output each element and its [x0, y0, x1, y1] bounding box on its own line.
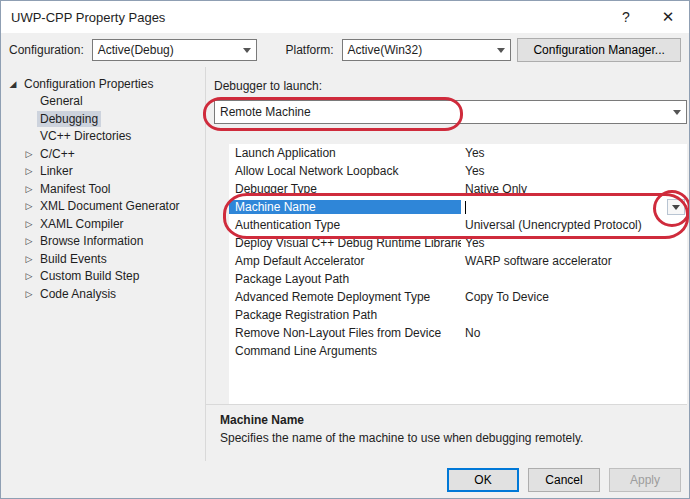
configuration-row: Configuration: Active(Debug) Platform: A… — [1, 33, 689, 67]
property-row-debugger-type[interactable]: Debugger Type Native Only — [229, 180, 687, 198]
property-row-amp-default-accelerator[interactable]: Amp Default Accelerator WARP software ac… — [229, 252, 687, 270]
expand-icon[interactable]: ▷ — [21, 236, 37, 246]
machine-name-dropdown-button[interactable] — [667, 200, 685, 214]
configuration-label: Configuration: — [9, 43, 84, 57]
chevron-down-icon — [668, 101, 686, 123]
cancel-button[interactable]: Cancel — [528, 468, 600, 492]
platform-select[interactable]: Active(Win32) — [342, 39, 512, 61]
close-icon[interactable]: ✕ — [647, 2, 689, 33]
expand-icon[interactable]: ▷ — [21, 219, 37, 229]
description-title: Machine Name — [220, 413, 681, 427]
platform-value: Active(Win32) — [348, 43, 423, 57]
property-row-authentication-type[interactable]: Authentication Type Universal (Unencrypt… — [229, 216, 687, 234]
window-title: UWP-CPP Property Pages — [1, 10, 605, 25]
collapse-icon[interactable]: ◢ — [5, 79, 21, 89]
tree-item-xaml-compiler[interactable]: ▷ XAML Compiler — [1, 215, 205, 233]
configuration-tree: ◢ Configuration Properties General Debug… — [1, 67, 206, 461]
property-row-package-layout-path[interactable]: Package Layout Path — [229, 270, 687, 288]
property-description-panel: Machine Name Specifies the name of the m… — [206, 404, 687, 461]
platform-label: Platform: — [285, 43, 333, 57]
expand-icon[interactable]: ▷ — [21, 166, 37, 176]
property-row-remove-non-layout-files[interactable]: Remove Non-Layout Files from Device No — [229, 324, 687, 342]
property-row-machine-name[interactable]: Machine Name — [229, 198, 687, 216]
help-icon[interactable]: ? — [605, 2, 647, 33]
property-row-package-registration-path[interactable]: Package Registration Path — [229, 306, 687, 324]
ok-button[interactable]: OK — [447, 468, 519, 492]
selected-tree-item: Debugging — [37, 111, 101, 127]
expand-icon[interactable]: ▷ — [21, 149, 37, 159]
debugger-to-launch-label: Debugger to launch: — [214, 79, 687, 95]
tree-item-debugging[interactable]: Debugging — [1, 110, 205, 128]
apply-button[interactable]: Apply — [609, 468, 681, 492]
expand-icon[interactable]: ▷ — [21, 201, 37, 211]
configuration-value: Active(Debug) — [98, 43, 174, 57]
debugger-to-launch-value: Remote Machine — [220, 105, 311, 119]
tree-item-custom-build-step[interactable]: ▷ Custom Build Step — [1, 268, 205, 286]
tree-item-browse-information[interactable]: ▷ Browse Information — [1, 233, 205, 251]
configuration-select[interactable]: Active(Debug) — [92, 39, 258, 61]
tree-item-general[interactable]: General — [1, 93, 205, 111]
dialog-footer: OK Cancel Apply — [1, 461, 689, 499]
property-row-launch-application[interactable]: Launch Application Yes — [229, 144, 687, 162]
tree-item-build-events[interactable]: ▷ Build Events — [1, 250, 205, 268]
property-row-advanced-remote-deployment-type[interactable]: Advanced Remote Deployment Type Copy To … — [229, 288, 687, 306]
machine-name-input[interactable] — [466, 200, 687, 214]
configuration-manager-button[interactable]: Configuration Manager... — [517, 38, 681, 62]
expand-icon[interactable]: ▷ — [21, 254, 37, 264]
tree-item-linker[interactable]: ▷ Linker — [1, 163, 205, 181]
tree-item-manifest-tool[interactable]: ▷ Manifest Tool — [1, 180, 205, 198]
property-row-deploy-debug-runtime-libraries[interactable]: Deploy Visual C++ Debug Runtime Librarie… — [229, 234, 687, 252]
tree-item-c-cpp[interactable]: ▷ C/C++ — [1, 145, 205, 163]
titlebar: UWP-CPP Property Pages ? ✕ — [1, 1, 689, 33]
chevron-down-icon — [492, 40, 510, 60]
description-text: Specifies the name of the machine to use… — [220, 431, 681, 445]
property-pages-dialog: UWP-CPP Property Pages ? ✕ Configuration… — [0, 0, 690, 499]
property-row-command-line-arguments[interactable]: Command Line Arguments — [229, 342, 687, 360]
expand-icon[interactable]: ▷ — [21, 271, 37, 281]
expand-icon[interactable]: ▷ — [21, 289, 37, 299]
tree-item-configuration-properties[interactable]: ◢ Configuration Properties — [1, 75, 205, 93]
tree-item-xml-document-generator[interactable]: ▷ XML Document Generator — [1, 198, 205, 216]
tree-item-vc-directories[interactable]: VC++ Directories — [1, 128, 205, 146]
debugger-to-launch-select[interactable]: Remote Machine — [214, 100, 687, 124]
property-row-allow-local-network-loopback[interactable]: Allow Local Network Loopback Yes — [229, 162, 687, 180]
expand-icon[interactable]: ▷ — [21, 184, 37, 194]
property-grid: Launch Application Yes Allow Local Netwo… — [229, 144, 687, 404]
chevron-down-icon — [238, 40, 256, 60]
tree-item-code-analysis[interactable]: ▷ Code Analysis — [1, 285, 205, 303]
